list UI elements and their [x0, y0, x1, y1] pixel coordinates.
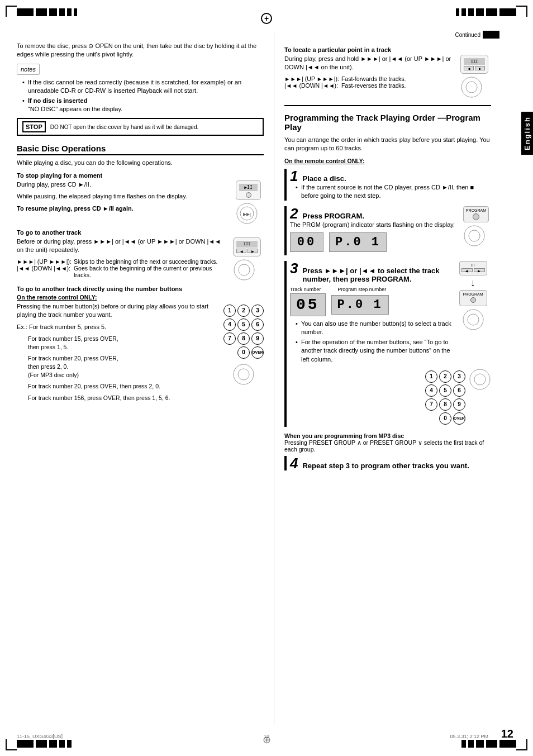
svg-point-8: [466, 82, 477, 93]
num-btn-1[interactable]: 1: [223, 305, 236, 317]
on-remote-only-left: On the remote control ONLY:: [17, 294, 264, 301]
basic-disc-section-title: Basic Disc Operations: [17, 144, 264, 155]
step3-display-step: P.0 1: [331, 295, 389, 315]
right-column: To locate a particular point in a track …: [274, 31, 516, 725]
remote-illus-step3-program: PROGRAM: [459, 290, 487, 306]
num-btn-rover[interactable]: OVER: [453, 412, 465, 425]
step2-heading: Press PROGRAM.: [302, 212, 364, 220]
num-btn-r4[interactable]: 4: [425, 384, 437, 397]
num-btn-0[interactable]: 0: [237, 346, 250, 359]
corner-tl: [6, 6, 17, 17]
locate-ff-desc: Fast-forwards the tracks.: [341, 75, 406, 82]
num-btn-r7[interactable]: 7: [425, 398, 437, 411]
num-btn-r0[interactable]: 0: [439, 412, 451, 425]
step3-display-row: 05 P.0 1: [290, 293, 451, 316]
example-label: Ex.: For track number 5, press 5.: [17, 323, 219, 331]
left-column: To remove the disc, press ⊝ OPEN on the …: [17, 31, 274, 725]
top-bar-block-r1: [499, 8, 516, 16]
top-bar-block-r5: [461, 8, 466, 16]
locate-text: During play, press and hold ►►►| or |◄◄ …: [284, 55, 456, 72]
bottom-bar-block-1: [17, 740, 34, 748]
step3-display-track: 05: [290, 293, 326, 316]
num-btn-8[interactable]: 8: [237, 332, 250, 345]
locate-rew-row: |◄◄ (DOWN |◄◄): Fast-reverses the tracks…: [284, 82, 406, 89]
rew-row: |◄◄ (DOWN |◄◄): Goes back to the beginni…: [17, 265, 229, 278]
num-btn-6[interactable]: 6: [251, 318, 264, 331]
num-btn-r9[interactable]: 9: [453, 398, 465, 411]
remote-illus-num-right: [469, 368, 491, 391]
top-bar-right-blocks: [456, 8, 516, 16]
language-tab: English: [521, 112, 533, 155]
bottom-bar-block-r4: [468, 740, 474, 748]
example-1: For track number 5, press 5.: [29, 324, 106, 330]
another-track-text: Before or during play, press ►►►| or |◄◄…: [17, 237, 229, 255]
step2-number: 2: [290, 206, 298, 221]
svg-point-14: [474, 374, 486, 385]
num-btn-r2[interactable]: 2: [439, 370, 451, 383]
footer-right: 05.3.31; 2:12 PM: [450, 734, 488, 739]
num-btn-3[interactable]: 3: [251, 305, 264, 317]
note-item-2: If no disc is inserted “NO DISC” appears…: [22, 97, 264, 114]
step1-number: 1: [290, 169, 298, 183]
step2-block: 2 Press PROGRAM. The PRGM (program) indi…: [284, 206, 491, 255]
top-bar-block-3: [49, 8, 57, 16]
step3-block: 3 Press ►►►| or |◄◄ to select the track …: [284, 261, 491, 427]
svg-point-11: [463, 310, 483, 330]
bottom-bar-block-r2: [486, 740, 497, 748]
num-btn-7[interactable]: 7: [223, 332, 236, 345]
svg-point-10: [469, 230, 480, 241]
step2-display2: P.0 1: [329, 232, 387, 252]
number-buttons-heading: To go to another track directly using th…: [17, 286, 264, 292]
top-bar-block-1: [17, 8, 34, 16]
num-btn-9[interactable]: 9: [251, 332, 264, 345]
top-bar-block-4: [59, 8, 65, 16]
num-btn-4[interactable]: 4: [223, 318, 236, 331]
number-buttons-area: 1 2 3 4 5 6 7 8 9 0 OVER: [223, 302, 264, 386]
num-btn-r6[interactable]: 6: [453, 384, 465, 397]
corner-br: [516, 739, 527, 750]
svg-point-6: [238, 369, 249, 380]
num-btn-5[interactable]: 5: [237, 318, 250, 331]
num-btn-r1[interactable]: 1: [425, 370, 437, 383]
step1-heading: Place a disc.: [302, 174, 346, 183]
bottom-bar-block-r1: [499, 740, 516, 748]
footer-left: 11-15_UXG4G3[US]: [17, 734, 63, 739]
rew-desc: Goes back to the beginning of the curren…: [74, 265, 229, 278]
basic-disc-intro: While playing a disc, you can do the fol…: [17, 159, 264, 167]
num-btn-r5[interactable]: 5: [439, 384, 451, 397]
mp3-note-text: Pressing PRESET GROUP ∧ or PRESET GROUP …: [284, 439, 484, 453]
bottom-bar-block-r3: [476, 740, 484, 748]
ff-rew-table: ►►►| (UP ►►►|): Skips to the beginning o…: [17, 258, 229, 278]
num-btn-over[interactable]: OVER: [251, 346, 264, 359]
example-2: For track number 15, press OVER,then pre…: [28, 335, 219, 351]
examples-list: For track number 15, press OVER,then pre…: [28, 335, 219, 402]
step1-bullets: If the current source is not the CD play…: [296, 183, 491, 201]
top-bar-block-6: [74, 8, 77, 16]
stop-warning-box: STOP DO NOT open the disc cover by hand …: [17, 118, 264, 136]
top-bar-left-blocks: [17, 8, 77, 16]
bottom-bar-block-3: [49, 740, 57, 748]
remote-illus-number: [232, 363, 255, 386]
remove-disc-text: To remove the disc, press ⊝ OPEN on the …: [17, 42, 264, 59]
step3-bullet-2: For the operation of the number buttons,…: [296, 338, 451, 364]
num-buttons-grid-right: 1 2 3 4 5 6 7 8 9 0 OVER: [425, 370, 465, 425]
top-bar-block-r6: [456, 8, 459, 16]
step1-bullet-1: If the current source is not the CD play…: [296, 183, 491, 201]
remote-illus-stop: ▶II ▶▶|: [236, 180, 264, 225]
note-item-1: If the disc cannot be read correctly (be…: [22, 78, 264, 96]
num-btn-2[interactable]: 2: [237, 305, 250, 317]
svg-point-9: [464, 226, 484, 246]
remote-illus-step3-circle: [462, 308, 484, 331]
step3-bullet-1: You can also use the number button(s) to…: [296, 320, 451, 337]
step1-block: 1 Place a disc. If the current source is…: [284, 169, 491, 201]
bottom-bar-block-r5: [461, 740, 466, 748]
stop-moment-heading: To stop playing for a moment: [17, 172, 264, 179]
bottom-bar-block-5: [67, 740, 72, 748]
num-btn-r8[interactable]: 8: [439, 398, 451, 411]
num-btn-r3[interactable]: 3: [453, 370, 465, 383]
program-intro: You can arrange the order in which track…: [284, 136, 491, 153]
on-remote-only-right: On the remote control ONLY:: [284, 158, 491, 164]
resume-text: To resume playing, press CD ►/II again.: [17, 205, 231, 213]
step3-bullets: You can also use the number button(s) to…: [296, 320, 451, 364]
notes-list: If the disc cannot be read correctly (be…: [22, 78, 264, 114]
